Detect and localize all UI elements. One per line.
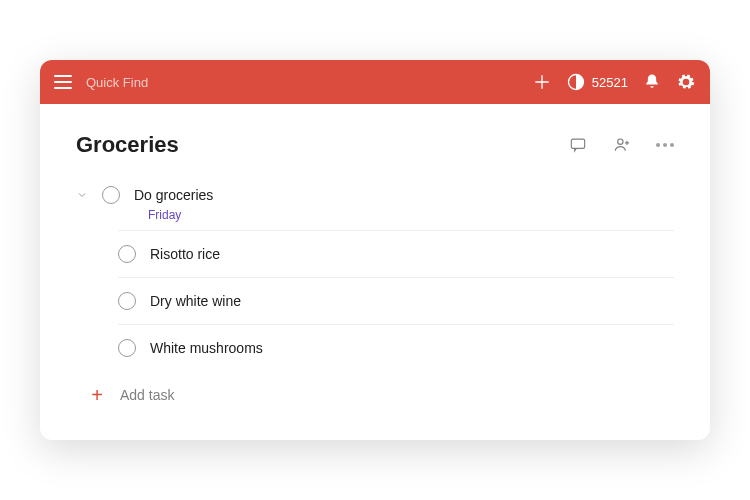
task-checkbox[interactable] [118,292,136,310]
more-icon [656,143,674,147]
bell-icon [642,72,662,92]
notifications-button[interactable] [642,72,662,92]
add-task-button[interactable]: + Add task [76,371,674,405]
add-task-label: Add task [120,387,174,403]
topbar: Quick Find 52521 [40,60,710,104]
svg-point-2 [618,139,623,144]
gear-icon [676,72,696,92]
svg-rect-1 [571,139,584,148]
karma-icon [566,72,586,92]
app-window: Quick Find 52521 Groceries [40,60,710,440]
task-title[interactable]: Risotto rice [150,246,220,262]
task-title[interactable]: Dry white wine [150,293,241,309]
task-row[interactable]: Risotto rice [118,230,674,277]
comment-icon [568,135,588,155]
task-checkbox[interactable] [118,339,136,357]
task-checkbox[interactable] [102,186,120,204]
page-header: Groceries [76,132,674,158]
page-actions [568,135,674,155]
settings-button[interactable] [676,72,696,92]
karma-counter[interactable]: 52521 [566,72,628,92]
subtask-list: Risotto rice Dry white wine White mushro… [76,230,674,371]
menu-icon[interactable] [54,75,72,89]
task-checkbox[interactable] [118,245,136,263]
collapse-button[interactable] [76,189,88,201]
chevron-down-icon [76,189,88,201]
task-row[interactable]: Dry white wine [118,277,674,324]
karma-count: 52521 [592,75,628,90]
more-button[interactable] [656,143,674,147]
search-input[interactable]: Quick Find [86,75,148,90]
plus-icon [532,72,552,92]
task-title[interactable]: White mushrooms [150,340,263,356]
add-task-button[interactable] [532,72,552,92]
task-row[interactable]: White mushrooms [118,324,674,371]
page-title: Groceries [76,132,179,158]
task-title[interactable]: Do groceries [134,187,213,203]
person-add-icon [612,135,632,155]
task-due-date[interactable]: Friday [148,208,674,222]
main-content: Groceries Do groceries Friday [40,104,710,440]
plus-icon: + [90,385,104,405]
share-button[interactable] [612,135,632,155]
comments-button[interactable] [568,135,588,155]
